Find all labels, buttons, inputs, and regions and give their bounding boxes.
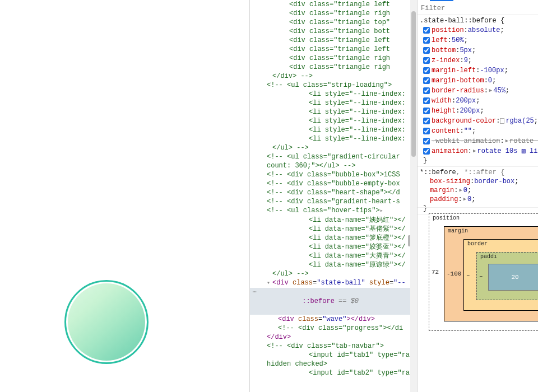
dom-line[interactable]: <div class="wave"></div> — [250, 315, 417, 324]
css-property-row[interactable]: position: absolute; — [420, 25, 538, 35]
dom-line[interactable]: <!-- <div class="progress"></di — [250, 324, 417, 333]
dom-line[interactable]: <li data-name="箩底橙"></ — [250, 234, 417, 242]
dom-line[interactable]: <!-- <div class="bubble-empty-box — [250, 179, 417, 188]
css-property-row[interactable]: background-color: rgba(25; — [420, 116, 538, 126]
dom-line[interactable]: <!-- <div class="gradient-heart-s — [250, 197, 417, 206]
styles-filter-input[interactable] — [421, 3, 535, 13]
css-property-name[interactable]: box-sizing — [430, 177, 470, 186]
dom-line[interactable]: </div> — [250, 333, 417, 342]
property-toggle-checkbox[interactable] — [423, 47, 430, 54]
dom-line[interactable]: <li style="--line-index: — [250, 125, 417, 134]
css-property-value[interactable]: 5px — [460, 46, 472, 55]
dom-line[interactable]: <div class="triangle righ — [250, 54, 417, 63]
dom-line[interactable]: <li data-name="基佬紫"></ — [250, 225, 417, 234]
box-model-diagram[interactable]: position 72 margin -100 border – paddi –… — [418, 207, 538, 392]
property-toggle-checkbox[interactable] — [423, 118, 430, 124]
css-property-name[interactable]: position — [432, 26, 464, 35]
dom-line[interactable]: <!-- <div class="heart-shape"></d — [250, 188, 417, 197]
css-property-value[interactable]: 200px — [460, 106, 480, 115]
dom-line[interactable]: <li style="--line-index: — [250, 90, 417, 99]
dom-line[interactable]: <li style="--line-index: — [250, 116, 417, 125]
dom-line[interactable]: <li style="--line-index: — [250, 108, 417, 116]
dom-line[interactable]: <!-- <ul class="strip-loading"> — [250, 81, 417, 90]
css-property-row[interactable]: margin-left: -100px; — [420, 66, 538, 76]
dom-line-selected[interactable]: ::before == $0 — [250, 288, 417, 315]
dom-line[interactable]: </div> --> — [250, 72, 417, 81]
css-property-row[interactable]: padding: ▶0; — [420, 195, 538, 204]
css-property-row[interactable]: width: 200px; — [420, 96, 538, 106]
css-property-name[interactable]: bottom — [432, 46, 456, 55]
css-property-name[interactable]: height — [432, 106, 456, 115]
property-toggle-checkbox[interactable] — [423, 57, 430, 64]
css-property-row[interactable]: height: 200px; — [420, 106, 538, 116]
css-property-name[interactable]: content — [432, 127, 460, 136]
property-toggle-checkbox[interactable] — [423, 97, 430, 104]
property-toggle-checkbox[interactable] — [423, 128, 430, 134]
property-toggle-checkbox[interactable] — [423, 37, 430, 44]
dom-line[interactable]: <!-- <div class="bubble-box">iCSS — [250, 170, 417, 179]
dom-line[interactable]: <li style="--line-index: — [250, 99, 417, 108]
css-property-value[interactable]: 0 — [467, 195, 471, 204]
expand-shorthand-icon[interactable]: ▶ — [473, 147, 476, 156]
dom-line[interactable]: hidden checked> — [250, 360, 417, 368]
css-property-row[interactable]: margin-bottom: 0; — [420, 76, 538, 86]
css-property-value[interactable]: 9 — [464, 56, 468, 65]
dom-line-state-ball[interactable]: <div class="state-ball" style="-- — [250, 278, 417, 288]
css-property-row[interactable]: -webkit-animation: ▶rotate 1; — [420, 136, 538, 146]
dom-line[interactable]: <li data-name="大粪青"></ — [250, 251, 417, 260]
box-model-border[interactable]: border – paddi – 20 — [463, 239, 538, 311]
css-property-row[interactable]: border-radius: ▶45%; — [420, 86, 538, 96]
box-model-margin[interactable]: margin -100 border – paddi – 20 — [444, 226, 538, 321]
css-property-value[interactable]: "" — [464, 127, 472, 136]
css-property-row[interactable]: left: 50%; — [420, 35, 538, 45]
dom-line[interactable]: <div class="triangle left — [250, 36, 417, 45]
expand-shorthand-icon[interactable]: ▶ — [489, 86, 492, 95]
chevron-down-icon[interactable] — [267, 278, 272, 288]
dom-line[interactable]: </ul> --> — [250, 143, 417, 152]
dom-line[interactable]: count: 360;"></ul> --> — [250, 161, 417, 170]
css-property-row[interactable]: animation: ▶rotate 10s ▨ li; — [420, 146, 538, 156]
dom-line[interactable]: <!-- <div class="tab-navbar"> — [250, 342, 417, 351]
expand-shorthand-icon[interactable]: ▶ — [459, 186, 462, 195]
property-toggle-checkbox[interactable] — [423, 77, 430, 84]
css-property-row[interactable]: content: ""; — [420, 126, 538, 136]
dom-line[interactable]: <input id="tab1" type="ra — [250, 351, 417, 360]
rule-selector[interactable]: .state-ball::before { — [420, 16, 538, 25]
css-property-name[interactable]: left — [432, 36, 448, 45]
dom-line[interactable]: <li style="--line-index: — [250, 134, 417, 143]
dom-line[interactable]: <!-- <ul class="gradient-circular — [250, 152, 417, 161]
css-property-value[interactable]: rotate 1 — [509, 137, 538, 146]
dom-line[interactable]: <li data-name="原谅绿"></ — [250, 260, 417, 269]
dom-line[interactable]: <li data-name="姨妈红"></ — [250, 216, 417, 225]
dom-line[interactable]: <div class="triangle left — [250, 0, 417, 9]
property-toggle-checkbox[interactable] — [423, 67, 430, 74]
dom-line[interactable]: <div class="triangle righ — [250, 9, 417, 18]
css-property-value[interactable]: rgba(25 — [505, 116, 534, 125]
css-property-row[interactable]: z-index: 9; — [420, 55, 538, 66]
css-property-value[interactable]: 45% — [493, 86, 505, 95]
property-toggle-checkbox[interactable] — [423, 108, 430, 114]
css-property-value[interactable]: 200px — [456, 96, 476, 105]
css-property-name[interactable]: margin-bottom — [432, 76, 484, 85]
property-toggle-checkbox[interactable] — [423, 138, 430, 144]
expand-shorthand-icon[interactable]: ▶ — [463, 195, 466, 204]
css-property-name[interactable]: border-radius — [432, 86, 484, 95]
elements-dom-tree[interactable]: <div class="triangle left<div class="tri… — [249, 0, 418, 392]
dom-line[interactable]: </ul> --> — [250, 269, 417, 278]
dom-line[interactable]: <li data-name="姣婆蓝"></ — [250, 242, 417, 251]
box-model-content[interactable]: 20 — [488, 264, 538, 291]
css-property-value[interactable]: 50% — [452, 36, 464, 45]
css-property-value[interactable]: rotate 10s ▨ li — [477, 147, 537, 156]
dom-line[interactable]: <div class="triangle left — [250, 45, 417, 54]
css-property-row[interactable]: box-sizing: border-box; — [420, 177, 538, 186]
css-property-row[interactable]: margin: ▶0; — [420, 186, 538, 195]
color-swatch-icon[interactable] — [500, 118, 504, 124]
scrollbar-track[interactable] — [410, 0, 417, 392]
css-property-name[interactable]: margin — [430, 186, 454, 195]
css-property-name[interactable]: -webkit-animation — [432, 137, 500, 146]
dom-line[interactable]: <div class="triangle righ — [250, 63, 417, 72]
css-property-name[interactable]: margin-left — [432, 66, 476, 75]
css-property-value[interactable]: -100px — [480, 66, 504, 75]
property-toggle-checkbox[interactable] — [423, 27, 430, 34]
dom-line[interactable]: <div class="triangle top" — [250, 18, 417, 27]
